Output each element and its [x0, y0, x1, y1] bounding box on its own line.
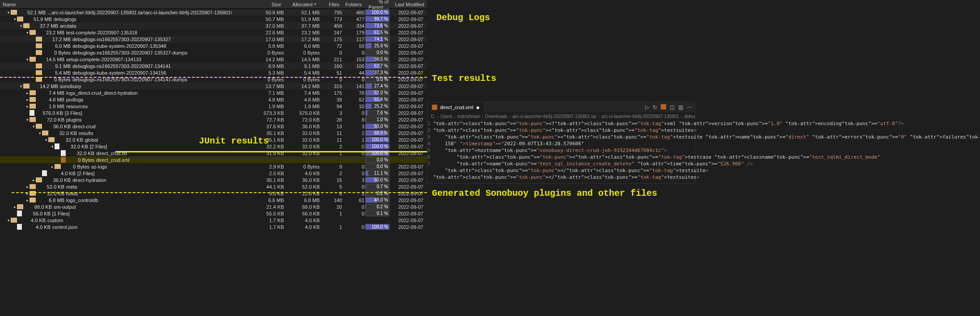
- annotation-generated: Generated Sonobuoy plugins and other fil…: [432, 188, 657, 198]
- breadcrumb-segment[interactable]: arc-ci-launcher-fdr6j-20220907-135801: [601, 114, 679, 119]
- header-modified[interactable]: Last Modified: [391, 1, 427, 8]
- tree-row[interactable]: 0 Bytesdebuglogs-ns1662557303-20220907-1…: [0, 76, 427, 83]
- tree-row[interactable]: 4.0 KBcontrol.json1.7 KB4.0 KB10100.0 %2…: [0, 223, 427, 230]
- tree-row[interactable]: ▾14.5 MBsetup-complete-20220907-13413314…: [0, 56, 427, 63]
- modified-cell: 2022-09-07: [391, 17, 427, 22]
- expander-icon[interactable]: ▾: [38, 131, 42, 135]
- modified-cell: 2022-09-07: [391, 90, 427, 96]
- tree-row[interactable]: ▾36.0 KBdirect-crud37.6 KB36.0 KB13350.0…: [0, 123, 427, 130]
- tree-row[interactable]: ▸12.0 KBhosts9.0 KB12.0 KB630.2 %2022-09…: [0, 190, 427, 197]
- header-allocated[interactable]: Allocated▼: [284, 1, 320, 8]
- header-size[interactable]: Size: [253, 1, 284, 8]
- row-label: direct_crud.xml: [96, 157, 130, 163]
- expander-icon[interactable]: ▸: [50, 164, 55, 169]
- header-name[interactable]: Name: [0, 1, 253, 8]
- breadcrumb-segment[interactable]: debuglogs: [684, 114, 695, 119]
- layout-icon[interactable]: ▥: [678, 104, 683, 110]
- header-files[interactable]: Files: [320, 1, 342, 8]
- expander-icon[interactable]: ▸: [25, 191, 30, 196]
- breadcrumb-segment[interactable]: mdrrahman: [457, 114, 480, 119]
- size-prefix: 88.0 KB: [25, 204, 52, 210]
- cell: 1.7 KB: [253, 218, 284, 223]
- tree-row[interactable]: ▾32.0 KBresults35.1 KB32.0 KB11288.9 %20…: [0, 130, 427, 136]
- expander-icon[interactable]: ▾: [31, 124, 36, 129]
- breadcrumb-segment[interactable]: arc-ci-launcher-fdr6j-20220907-135801.ta…: [512, 114, 596, 119]
- size-prefix: 0 Bytes: [44, 50, 71, 55]
- expander-icon[interactable]: ▾: [50, 144, 55, 149]
- tree-row[interactable]: ▸1.9 MBresources1.9 MB1.9 MB941025.2 %20…: [0, 103, 427, 110]
- tree-row[interactable]: 4.0 KB[2 Files]2.5 KB4.0 KB2011.1 %2022-…: [0, 170, 427, 177]
- expander-icon[interactable]: ▸: [13, 205, 17, 209]
- row-label: [2 Files]: [90, 144, 107, 149]
- tree-row[interactable]: ▾52.1 MB...arc-ci-launcher-fdr6j-2022090…: [0, 9, 427, 16]
- cell: 37.0 MB: [253, 23, 284, 29]
- size-prefix: 0 Bytes: [63, 164, 89, 169]
- cell: 211: [320, 57, 342, 62]
- folder-icon: [30, 57, 36, 62]
- expander-icon[interactable]: ▸: [31, 178, 36, 182]
- tree-row[interactable]: ▸4.8 MBpodlogs4.8 MB4.8 MB395265.4 %2022…: [0, 96, 427, 103]
- tree-row[interactable]: ▾14.2 MBsonobuoy13.7 MB14.2 MB31514127.4…: [0, 83, 427, 89]
- modified-cell: 2022-09-07: [391, 184, 427, 190]
- expander-icon[interactable]: ▾: [25, 57, 30, 62]
- expander-icon[interactable]: ▸: [25, 104, 30, 109]
- breadcrumb-segment[interactable]: Users: [440, 114, 452, 119]
- expander-icon[interactable]: ▾: [25, 118, 30, 122]
- expander-icon[interactable]: ▾: [13, 17, 17, 21]
- cell: 51: [320, 70, 342, 76]
- expander-icon[interactable]: ▾: [44, 138, 48, 142]
- percent-cell: 0.2 %: [364, 190, 391, 196]
- tree-row[interactable]: 0 Bytesdirect_crud.xml0.0 %: [0, 156, 427, 163]
- compare-icon[interactable]: [661, 104, 666, 110]
- tree-row[interactable]: ▾37.7 MBarcdata37.0 MB37.7 MB45833472.6 …: [0, 22, 427, 29]
- tree-panel: Name Size Allocated▼ Files Folders % of …: [0, 0, 427, 316]
- folder-icon: [36, 124, 42, 129]
- modified-cell: 2022-09-07: [391, 144, 427, 149]
- tree-row[interactable]: ▾23.2 MBtest-complete-20220907-13531822.…: [0, 29, 427, 36]
- expander-icon[interactable]: ▾: [19, 24, 23, 28]
- split-icon[interactable]: ◫: [670, 104, 675, 110]
- tree-row[interactable]: ▸36.0 KBdirect-hydration35.1 KB36.0 KB15…: [0, 177, 427, 183]
- expander-icon[interactable]: ▸: [25, 198, 30, 202]
- expander-icon[interactable]: ▾: [25, 30, 30, 35]
- tree-row[interactable]: ▾51.9 MBdebuglogs50.7 MB51.9 MB77347799.…: [0, 16, 427, 22]
- breadcrumb-segment[interactable]: C:: [431, 114, 435, 119]
- header-folders[interactable]: Folders: [342, 1, 364, 8]
- tree-row[interactable]: ▸7.4 MBlogs_direct-crud_direct-hydration…: [0, 89, 427, 96]
- expander-icon[interactable]: ▾: [6, 218, 11, 223]
- tree-row[interactable]: 5.4 MBdebuglogs-kube-system-20220907-134…: [0, 69, 427, 76]
- expander-icon[interactable]: ▸: [25, 91, 30, 95]
- more-icon[interactable]: ⋯: [687, 104, 692, 110]
- tree-row[interactable]: ▾72.0 KBplugins72.7 KB72.0 KB2881.0 %202…: [0, 116, 427, 123]
- history-icon[interactable]: ↻: [653, 104, 657, 110]
- breadcrumb[interactable]: C:›Users›mdrrahman›Downloads›arc-ci-laun…: [427, 112, 695, 120]
- modified-cell: 2022-09-07: [391, 131, 427, 136]
- run-icon[interactable]: ▷: [645, 104, 649, 110]
- tree-row[interactable]: 9.1 MBdebuglogs-ns1662557303-20220907-13…: [0, 63, 427, 69]
- expander-icon[interactable]: ▾: [19, 84, 23, 88]
- tree-row[interactable]: 6.0 MBdebuglogs-kube-system-20220907-135…: [0, 42, 427, 49]
- tree-row[interactable]: 32.0 KBdirect_crud.txt31.9 KB32.0 KB1010…: [0, 150, 427, 156]
- expander-icon[interactable]: ▸: [25, 97, 30, 102]
- breadcrumb-segment[interactable]: Downloads: [485, 114, 507, 119]
- tree-row[interactable]: 56.0 KB[1 Files]55.5 KB56.0 KB100.1 %202…: [0, 210, 427, 217]
- tree-row[interactable]: 0 Bytesdebuglogs-ns1662557303-20220907-1…: [0, 49, 427, 56]
- modified-cell: 2022-09-07: [391, 104, 427, 109]
- tree-row[interactable]: ▸52.0 KBmeta44.1 KB52.0 KB500.7 %2022-09…: [0, 183, 427, 190]
- editor-tab[interactable]: direct_crud.xml ●: [427, 102, 485, 112]
- tree-row[interactable]: ▾32.0 KBglobal35.1 KB32.0 KB111100.0 %20…: [0, 136, 427, 143]
- tree-row[interactable]: ▸6.8 MBlogs_controldb6.6 MB6.8 MB1406148…: [0, 197, 427, 203]
- cell: 7.1 MB: [253, 90, 284, 96]
- tree-row[interactable]: 576.0 KB[3 Files]573.3 KB576.0 KB307.6 %…: [0, 110, 427, 116]
- modified-cell: 2022-09-07: [391, 50, 427, 55]
- folder-icon: [36, 77, 42, 82]
- tree-row[interactable]: ▸88.0 KBsre-output21.4 KB88.0 KB2000.2 %…: [0, 203, 427, 210]
- tree-row[interactable]: ▸0 Bytesaz-logs2.9 KB0 Bytes900.0 %2022-…: [0, 163, 427, 170]
- tree-row[interactable]: ▾4.0 KBcustom1.7 KB4.0 KB2022-09-07: [0, 217, 427, 223]
- tree-row[interactable]: 17.2 MBdebuglogs-ns1662557303-20220907-1…: [0, 36, 427, 42]
- row-label: debuglogs-kube-system-20220907-134156: [72, 70, 166, 76]
- code-content[interactable]: "tok-attr">class"tok-punc">="tok-punc"><…: [433, 120, 980, 181]
- expander-icon[interactable]: ▾: [6, 10, 11, 15]
- expander-icon[interactable]: ▸: [25, 185, 30, 189]
- tree-row[interactable]: ▾32.0 KB[2 Files]32.2 KB32.0 KB20100.0 %…: [0, 143, 427, 150]
